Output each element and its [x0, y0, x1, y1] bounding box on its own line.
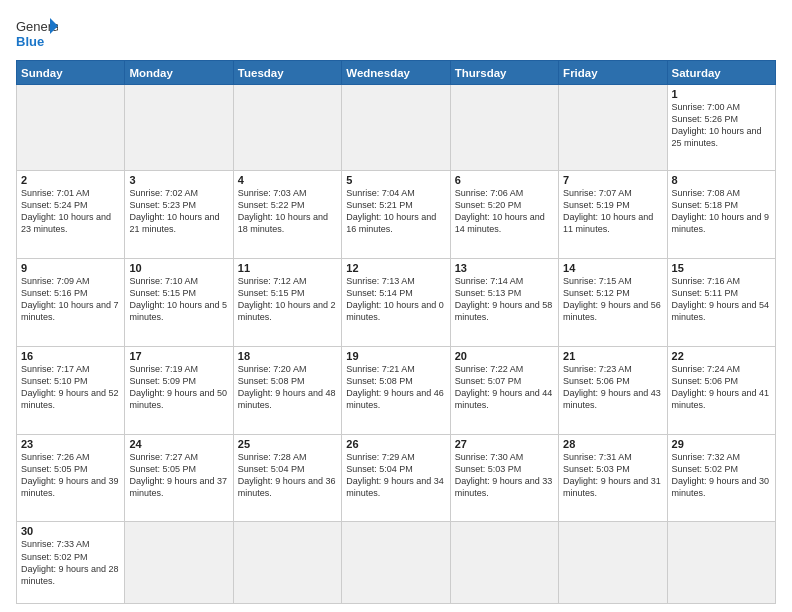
- header: General Blue: [16, 16, 776, 52]
- day-info: Sunrise: 7:31 AMSunset: 5:03 PMDaylight:…: [563, 451, 662, 500]
- day-number: 13: [455, 262, 554, 274]
- day-info: Sunrise: 7:28 AMSunset: 5:04 PMDaylight:…: [238, 451, 337, 500]
- col-tuesday: Tuesday: [233, 61, 341, 85]
- calendar-cell: [342, 522, 450, 604]
- calendar-cell: [559, 85, 667, 171]
- calendar-cell: [17, 85, 125, 171]
- calendar-cell: 10Sunrise: 7:10 AMSunset: 5:15 PMDayligh…: [125, 258, 233, 346]
- col-wednesday: Wednesday: [342, 61, 450, 85]
- day-info: Sunrise: 7:03 AMSunset: 5:22 PMDaylight:…: [238, 187, 337, 236]
- day-info: Sunrise: 7:01 AMSunset: 5:24 PMDaylight:…: [21, 187, 120, 236]
- calendar-cell: 26Sunrise: 7:29 AMSunset: 5:04 PMDayligh…: [342, 434, 450, 522]
- calendar-cell: 15Sunrise: 7:16 AMSunset: 5:11 PMDayligh…: [667, 258, 775, 346]
- calendar-cell: 22Sunrise: 7:24 AMSunset: 5:06 PMDayligh…: [667, 346, 775, 434]
- day-info: Sunrise: 7:09 AMSunset: 5:16 PMDaylight:…: [21, 275, 120, 324]
- calendar-cell: 1Sunrise: 7:00 AMSunset: 5:26 PMDaylight…: [667, 85, 775, 171]
- col-friday: Friday: [559, 61, 667, 85]
- day-number: 10: [129, 262, 228, 274]
- calendar-cell: 23Sunrise: 7:26 AMSunset: 5:05 PMDayligh…: [17, 434, 125, 522]
- day-info: Sunrise: 7:22 AMSunset: 5:07 PMDaylight:…: [455, 363, 554, 412]
- calendar-cell: 14Sunrise: 7:15 AMSunset: 5:12 PMDayligh…: [559, 258, 667, 346]
- day-number: 23: [21, 438, 120, 450]
- day-number: 27: [455, 438, 554, 450]
- day-number: 19: [346, 350, 445, 362]
- day-number: 14: [563, 262, 662, 274]
- col-thursday: Thursday: [450, 61, 558, 85]
- day-number: 9: [21, 262, 120, 274]
- calendar-cell: 6Sunrise: 7:06 AMSunset: 5:20 PMDaylight…: [450, 170, 558, 258]
- calendar-body: 1Sunrise: 7:00 AMSunset: 5:26 PMDaylight…: [17, 85, 776, 604]
- calendar-cell: 5Sunrise: 7:04 AMSunset: 5:21 PMDaylight…: [342, 170, 450, 258]
- day-number: 28: [563, 438, 662, 450]
- day-number: 18: [238, 350, 337, 362]
- col-saturday: Saturday: [667, 61, 775, 85]
- day-info: Sunrise: 7:26 AMSunset: 5:05 PMDaylight:…: [21, 451, 120, 500]
- day-info: Sunrise: 7:14 AMSunset: 5:13 PMDaylight:…: [455, 275, 554, 324]
- calendar-cell: [559, 522, 667, 604]
- day-info: Sunrise: 7:32 AMSunset: 5:02 PMDaylight:…: [672, 451, 771, 500]
- calendar-cell: 27Sunrise: 7:30 AMSunset: 5:03 PMDayligh…: [450, 434, 558, 522]
- calendar-cell: 29Sunrise: 7:32 AMSunset: 5:02 PMDayligh…: [667, 434, 775, 522]
- calendar-cell: 4Sunrise: 7:03 AMSunset: 5:22 PMDaylight…: [233, 170, 341, 258]
- day-info: Sunrise: 7:27 AMSunset: 5:05 PMDaylight:…: [129, 451, 228, 500]
- day-number: 4: [238, 174, 337, 186]
- day-number: 16: [21, 350, 120, 362]
- calendar-cell: 20Sunrise: 7:22 AMSunset: 5:07 PMDayligh…: [450, 346, 558, 434]
- calendar-cell: 19Sunrise: 7:21 AMSunset: 5:08 PMDayligh…: [342, 346, 450, 434]
- day-info: Sunrise: 7:16 AMSunset: 5:11 PMDaylight:…: [672, 275, 771, 324]
- day-info: Sunrise: 7:10 AMSunset: 5:15 PMDaylight:…: [129, 275, 228, 324]
- day-number: 26: [346, 438, 445, 450]
- day-number: 17: [129, 350, 228, 362]
- svg-text:Blue: Blue: [16, 34, 44, 49]
- calendar-cell: [667, 522, 775, 604]
- day-info: Sunrise: 7:20 AMSunset: 5:08 PMDaylight:…: [238, 363, 337, 412]
- calendar-cell: 7Sunrise: 7:07 AMSunset: 5:19 PMDaylight…: [559, 170, 667, 258]
- calendar-cell: 17Sunrise: 7:19 AMSunset: 5:09 PMDayligh…: [125, 346, 233, 434]
- day-number: 24: [129, 438, 228, 450]
- day-number: 2: [21, 174, 120, 186]
- day-number: 6: [455, 174, 554, 186]
- calendar: Sunday Monday Tuesday Wednesday Thursday…: [16, 60, 776, 604]
- calendar-cell: [233, 522, 341, 604]
- logo-svg: General Blue: [16, 16, 58, 52]
- calendar-cell: 25Sunrise: 7:28 AMSunset: 5:04 PMDayligh…: [233, 434, 341, 522]
- calendar-cell: 21Sunrise: 7:23 AMSunset: 5:06 PMDayligh…: [559, 346, 667, 434]
- day-number: 7: [563, 174, 662, 186]
- day-info: Sunrise: 7:15 AMSunset: 5:12 PMDaylight:…: [563, 275, 662, 324]
- day-number: 1: [672, 88, 771, 100]
- day-number: 12: [346, 262, 445, 274]
- col-sunday: Sunday: [17, 61, 125, 85]
- calendar-cell: 13Sunrise: 7:14 AMSunset: 5:13 PMDayligh…: [450, 258, 558, 346]
- calendar-cell: [450, 522, 558, 604]
- day-number: 30: [21, 525, 120, 537]
- calendar-cell: 2Sunrise: 7:01 AMSunset: 5:24 PMDaylight…: [17, 170, 125, 258]
- calendar-cell: 12Sunrise: 7:13 AMSunset: 5:14 PMDayligh…: [342, 258, 450, 346]
- day-number: 29: [672, 438, 771, 450]
- col-monday: Monday: [125, 61, 233, 85]
- day-number: 3: [129, 174, 228, 186]
- day-info: Sunrise: 7:08 AMSunset: 5:18 PMDaylight:…: [672, 187, 771, 236]
- calendar-cell: 11Sunrise: 7:12 AMSunset: 5:15 PMDayligh…: [233, 258, 341, 346]
- day-info: Sunrise: 7:12 AMSunset: 5:15 PMDaylight:…: [238, 275, 337, 324]
- calendar-cell: 3Sunrise: 7:02 AMSunset: 5:23 PMDaylight…: [125, 170, 233, 258]
- day-info: Sunrise: 7:07 AMSunset: 5:19 PMDaylight:…: [563, 187, 662, 236]
- day-info: Sunrise: 7:24 AMSunset: 5:06 PMDaylight:…: [672, 363, 771, 412]
- calendar-cell: 9Sunrise: 7:09 AMSunset: 5:16 PMDaylight…: [17, 258, 125, 346]
- day-info: Sunrise: 7:19 AMSunset: 5:09 PMDaylight:…: [129, 363, 228, 412]
- calendar-cell: 8Sunrise: 7:08 AMSunset: 5:18 PMDaylight…: [667, 170, 775, 258]
- calendar-cell: 18Sunrise: 7:20 AMSunset: 5:08 PMDayligh…: [233, 346, 341, 434]
- calendar-cell: [342, 85, 450, 171]
- page: General Blue Sunday Monday Tuesday Wedne…: [0, 0, 792, 612]
- day-info: Sunrise: 7:21 AMSunset: 5:08 PMDaylight:…: [346, 363, 445, 412]
- day-number: 5: [346, 174, 445, 186]
- day-info: Sunrise: 7:02 AMSunset: 5:23 PMDaylight:…: [129, 187, 228, 236]
- day-number: 20: [455, 350, 554, 362]
- day-info: Sunrise: 7:30 AMSunset: 5:03 PMDaylight:…: [455, 451, 554, 500]
- calendar-header-row: Sunday Monday Tuesday Wednesday Thursday…: [17, 61, 776, 85]
- calendar-cell: [125, 85, 233, 171]
- day-info: Sunrise: 7:13 AMSunset: 5:14 PMDaylight:…: [346, 275, 445, 324]
- day-number: 25: [238, 438, 337, 450]
- calendar-cell: 28Sunrise: 7:31 AMSunset: 5:03 PMDayligh…: [559, 434, 667, 522]
- calendar-cell: [125, 522, 233, 604]
- calendar-cell: [450, 85, 558, 171]
